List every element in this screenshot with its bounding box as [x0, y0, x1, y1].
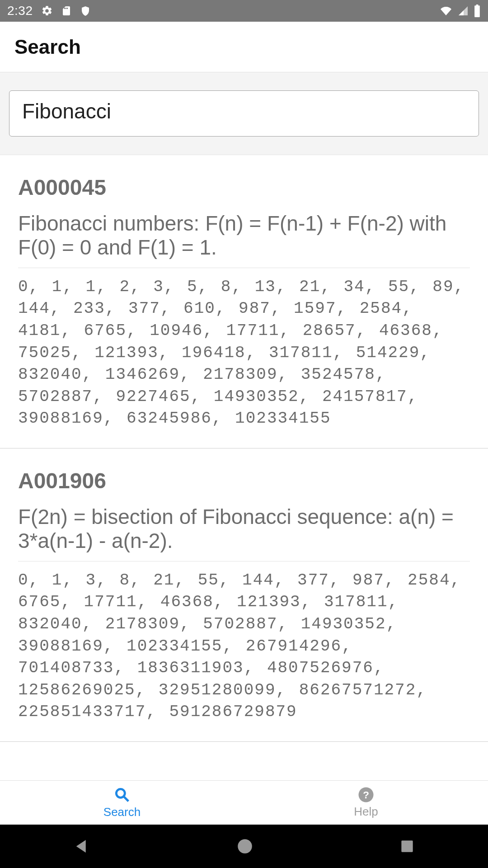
divider: [18, 268, 470, 268]
result-id: A000045: [18, 175, 470, 200]
gear-icon: [41, 5, 53, 17]
result-sequence: 0, 1, 3, 8, 21, 55, 144, 377, 987, 2584,…: [18, 570, 470, 723]
search-input[interactable]: [9, 90, 479, 137]
result-id: A001906: [18, 468, 470, 493]
tab-label: Search: [103, 805, 141, 819]
result-sequence: 0, 1, 1, 2, 3, 5, 8, 13, 21, 34, 55, 89,…: [18, 276, 470, 430]
svg-point-4: [238, 839, 252, 854]
shield-icon: [80, 5, 91, 17]
result-item[interactable]: A000045 Fibonacci numbers: F(n) = F(n-1)…: [0, 155, 488, 448]
result-item[interactable]: A001906 F(2n) = bisection of Fibonacci s…: [0, 448, 488, 742]
svg-point-0: [116, 789, 125, 797]
home-icon[interactable]: [235, 837, 254, 856]
android-nav-bar: [0, 825, 488, 868]
search-area: [0, 72, 488, 155]
status-left: 2:32: [7, 4, 91, 18]
back-icon[interactable]: [72, 837, 91, 856]
page-title: Search: [14, 36, 81, 58]
status-time: 2:32: [7, 4, 33, 18]
results-list[interactable]: A000045 Fibonacci numbers: F(n) = F(n-1)…: [0, 155, 488, 780]
sd-card-icon: [61, 5, 72, 17]
divider: [18, 561, 470, 561]
search-icon: [113, 786, 131, 803]
svg-rect-5: [402, 840, 413, 852]
svg-line-1: [124, 797, 129, 802]
tab-label: Help: [354, 805, 378, 819]
battery-charging-icon: [474, 5, 481, 17]
result-description: Fibonacci numbers: F(n) = F(n-1) + F(n-2…: [18, 212, 470, 259]
tab-search[interactable]: Search: [0, 781, 244, 825]
status-right: [439, 5, 481, 17]
result-description: F(2n) = bisection of Fibonacci sequence:…: [18, 505, 470, 553]
tab-help[interactable]: ? Help: [244, 781, 488, 825]
bottom-tab-bar: Search ? Help: [0, 780, 488, 825]
cell-icon: [457, 5, 469, 16]
wifi-icon: [439, 5, 453, 16]
app-header: Search: [0, 22, 488, 72]
help-icon: ?: [358, 787, 374, 803]
recent-icon[interactable]: [399, 838, 416, 855]
android-status-bar: 2:32: [0, 0, 488, 22]
svg-text:?: ?: [363, 789, 369, 801]
